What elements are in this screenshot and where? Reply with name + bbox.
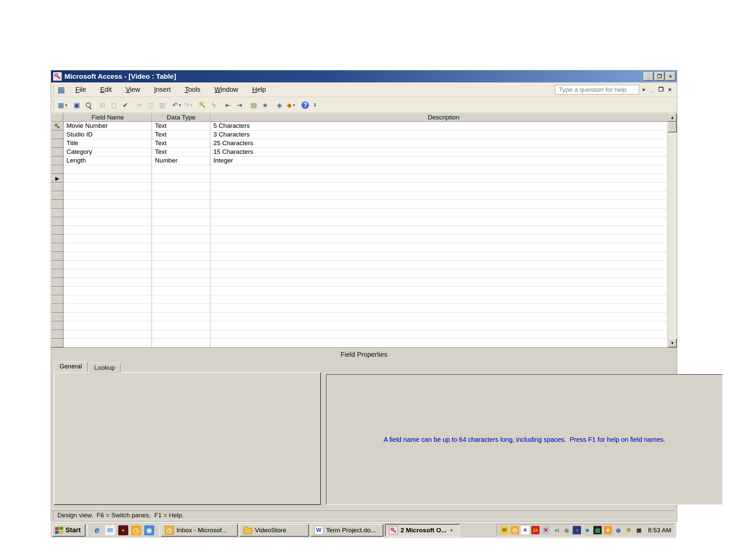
data-type-cell[interactable] (152, 321, 210, 330)
description-cell[interactable] (210, 287, 677, 295)
hands-icon[interactable]: ✾ (624, 526, 633, 534)
field-name-cell[interactable] (63, 200, 152, 208)
speaker-icon[interactable]: ◄) (552, 526, 560, 534)
row-selector[interactable] (51, 157, 63, 165)
row-selector[interactable] (51, 208, 63, 217)
description-cell[interactable]: 15 Characters (210, 148, 677, 157)
data-type-cell[interactable] (152, 261, 210, 269)
restore-button[interactable]: ❐ (655, 72, 664, 81)
description-cell[interactable]: 25 Characters (210, 139, 677, 148)
data-type-cell[interactable] (152, 183, 210, 191)
description-cell[interactable] (210, 191, 677, 200)
data-type-cell[interactable]: Text (152, 122, 210, 131)
cut-button[interactable]: ✂ (134, 100, 145, 111)
field-name-cell[interactable] (63, 313, 152, 321)
app-orange-icon[interactable]: ✦ (604, 526, 612, 534)
description-cell[interactable]: Integer (210, 157, 677, 165)
help-button[interactable]: ? (299, 100, 311, 111)
taskbar-button-videostore[interactable]: VideoStore (239, 524, 309, 537)
database-window-button[interactable]: ◈ (274, 100, 285, 111)
field-name-cell[interactable] (63, 174, 152, 183)
field-name-cell[interactable] (63, 304, 152, 313)
redo-button[interactable]: ↷▾ (182, 100, 194, 111)
field-name-cell[interactable] (63, 261, 152, 269)
scroll-down-icon[interactable]: ▼ (668, 339, 677, 347)
new-object-button[interactable]: ◆▾ (285, 100, 296, 111)
description-cell[interactable] (210, 243, 677, 252)
start-button[interactable]: Start (52, 524, 85, 537)
field-name-cell[interactable] (63, 278, 152, 287)
field-name-cell[interactable] (63, 330, 152, 339)
field-name-cell[interactable] (63, 191, 152, 200)
zonealarm-icon[interactable]: ZA (531, 526, 540, 534)
data-type-cell[interactable] (152, 217, 210, 226)
clock-icon[interactable]: ◷ (510, 526, 519, 534)
row-selector[interactable] (51, 235, 63, 243)
toolbar-grip[interactable] (53, 100, 55, 110)
mail-icon[interactable]: ✉ (500, 526, 508, 534)
delete-rows-button[interactable]: ⇥ (234, 100, 245, 111)
description-cell[interactable] (210, 278, 677, 287)
description-cell[interactable] (210, 200, 677, 208)
description-cell[interactable] (210, 313, 677, 321)
field-name-cell[interactable] (63, 295, 152, 304)
globe-icon[interactable]: ◍ (614, 526, 622, 534)
minimize-button[interactable]: _ (643, 72, 654, 81)
tv-icon[interactable]: ▤ (593, 526, 602, 534)
field-name-cell[interactable] (63, 217, 152, 226)
table-window-icon[interactable]: ▦ (57, 86, 65, 94)
description-cell[interactable] (210, 295, 677, 304)
row-selector[interactable] (51, 261, 63, 269)
field-name-cell[interactable] (63, 287, 152, 295)
current-row-selector[interactable]: ▶ (51, 174, 63, 183)
description-cell[interactable] (210, 339, 677, 347)
field-name-cell[interactable]: Movie Number (63, 122, 152, 131)
insert-rows-button[interactable]: ⇤ (222, 100, 234, 111)
description-cell[interactable] (210, 235, 677, 243)
data-type-cell[interactable] (152, 330, 210, 339)
description-cell[interactable] (210, 183, 677, 191)
column-header-data-type[interactable]: Data Type (152, 113, 210, 122)
undo-button[interactable]: ↶▾ (171, 100, 182, 111)
data-type-cell[interactable] (152, 165, 210, 174)
taskbar-button-access-group[interactable]: 2 Microsoft O...▾ (385, 524, 460, 537)
description-cell[interactable] (210, 252, 677, 261)
row-selector[interactable] (51, 295, 63, 304)
tab-lookup[interactable]: Lookup (89, 363, 120, 373)
media-player-icon[interactable]: ◉ (144, 525, 154, 535)
row-selector[interactable] (51, 165, 63, 174)
description-cell[interactable] (210, 330, 677, 339)
child-close-button[interactable]: × (668, 87, 672, 93)
row-selector[interactable] (51, 287, 63, 295)
row-selector[interactable] (51, 148, 63, 157)
data-type-cell[interactable] (152, 269, 210, 278)
close-button[interactable]: × (665, 72, 676, 81)
data-type-cell[interactable]: Text (152, 148, 210, 157)
description-cell[interactable] (210, 269, 677, 278)
row-selector[interactable] (51, 330, 63, 339)
field-name-cell[interactable] (63, 269, 152, 278)
row-selector[interactable] (51, 217, 63, 226)
view-design-button[interactable]: ▦▾ (57, 100, 68, 111)
save-button[interactable]: ▣ (71, 100, 82, 111)
row-selector[interactable] (51, 243, 63, 252)
description-cell[interactable] (210, 321, 677, 330)
field-name-cell[interactable] (63, 208, 152, 217)
description-cell[interactable] (210, 165, 677, 174)
volume-icon[interactable]: ◉ (562, 526, 571, 534)
field-name-cell[interactable] (63, 252, 152, 261)
menu-file[interactable]: File (69, 83, 93, 96)
row-selector[interactable] (51, 200, 63, 208)
build-button[interactable]: ∗ (259, 100, 271, 111)
field-name-cell[interactable] (63, 235, 152, 243)
description-cell[interactable]: 3 Characters (210, 131, 677, 139)
data-type-cell[interactable] (152, 295, 210, 304)
question-dropdown-icon[interactable]: ▼ (639, 87, 649, 93)
print-preview-button[interactable]: ◻ (108, 100, 119, 111)
menu-insert[interactable]: Insert (147, 83, 178, 96)
child-minimize-button[interactable]: _ (651, 87, 654, 93)
upload-icon[interactable]: ↑ (573, 526, 581, 534)
spelling-button[interactable]: ✔ (119, 100, 131, 111)
scrollbar-thumb[interactable] (668, 122, 677, 133)
print-button[interactable]: ⊟ (97, 100, 108, 111)
